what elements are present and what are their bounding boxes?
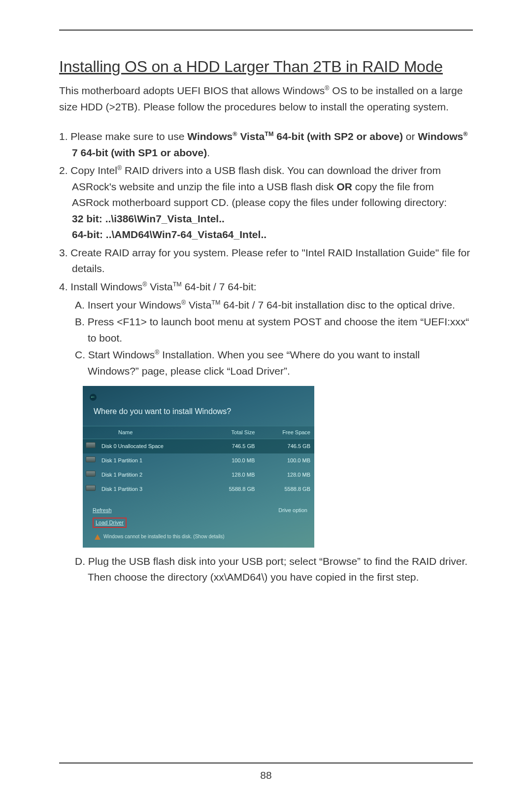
cell-free: 746.5 GB: [259, 439, 314, 454]
step4a-text-c: 64-bit / 7 64-bit installation disc to t…: [221, 299, 455, 311]
cell-total: 100.0 MB: [206, 453, 259, 468]
table-row: Disk 0 Unallocated Space 746.5 GB 746.5 …: [83, 439, 314, 454]
step-4b: B. Press <F11> to launch boot menu at sy…: [59, 314, 473, 346]
step-4a: A. Insert your Windows® VistaTM 64-bit /…: [59, 297, 473, 313]
step2-path-32: 32 bit: ..\i386\Win7_Vista_Intel..: [72, 213, 225, 224]
cell-name: Disk 1 Partition 3: [99, 482, 206, 496]
step-4c: C. Start Windows® Installation. When you…: [59, 347, 473, 379]
cell-free: 128.0 MB: [259, 468, 314, 482]
document-page: Installing OS on a HDD Larger Than 2TB i…: [0, 0, 532, 798]
warning-text: Windows cannot be installed to this disk…: [103, 533, 225, 541]
table-header-row: Name Total Size Free Space: [83, 426, 314, 439]
step4a-text-a: A. Insert your Windows: [75, 299, 181, 311]
disk-icon-cell: [83, 468, 99, 482]
cell-total: 5588.8 GB: [206, 482, 259, 496]
bottom-rule: [59, 763, 473, 763]
tm-mark: TM: [211, 299, 220, 306]
cell-free: 5588.8 GB: [259, 482, 314, 496]
table-row: Disk 1 Partition 2 128.0 MB 128.0 MB: [83, 468, 314, 482]
step1-text-f: Windows: [418, 131, 463, 142]
page-number: 88: [0, 769, 532, 781]
reg-mark: ®: [463, 131, 467, 138]
top-rule: [59, 30, 473, 31]
col-free: Free Space: [259, 426, 314, 439]
step1-text-a: 1. Please make sure to use: [59, 131, 187, 142]
windows-installer-dialog: Where do you want to install Windows? Na…: [83, 386, 314, 548]
cell-name: Disk 0 Unallocated Space: [99, 439, 206, 454]
disk-icon: [86, 485, 96, 491]
step1-text-c: Vista: [237, 131, 265, 142]
installer-back-bar: [83, 392, 314, 405]
refresh-link: Refresh: [93, 506, 127, 515]
reg-mark: ®: [155, 349, 159, 356]
step2-text-a: 2. Copy Intel: [59, 165, 117, 176]
disk-icon-cell: [83, 453, 99, 468]
reg-mark: ®: [181, 299, 186, 306]
col-name: Name: [99, 426, 206, 439]
step1-text-e: or: [403, 131, 418, 142]
disk-icon: [86, 456, 96, 462]
installer-warning: Windows cannot be installed to this disk…: [83, 530, 314, 544]
step1-text-h: .: [207, 147, 210, 158]
step1-text-g: 7 64-bit (with SP1 or above): [72, 147, 207, 158]
reg-mark: ®: [117, 165, 122, 172]
step4a-text-b: Vista: [186, 299, 211, 311]
tm-mark: TM: [265, 131, 273, 138]
step4c-text-a: C. Start Windows: [75, 349, 155, 360]
load-driver-link: Load Driver: [93, 518, 127, 528]
installer-screenshot: Where do you want to install Windows? Na…: [83, 386, 473, 548]
step-4d: D. Plug the USB flash disk into your USB…: [59, 554, 473, 586]
step1-text-b: Windows: [187, 131, 233, 142]
step4-text-a: 4. Install Windows: [59, 281, 142, 292]
steps-list: 1. Please make sure to use Windows® Vist…: [59, 129, 473, 586]
disk-icon-cell: [83, 439, 99, 454]
cell-name: Disk 1 Partition 1: [99, 453, 206, 468]
page-title: Installing OS on a HDD Larger Than 2TB i…: [59, 58, 473, 76]
cell-name: Disk 1 Partition 2: [99, 468, 206, 482]
step-3: 3. Create RAID array for you system. Ple…: [59, 245, 473, 277]
step-4: 4. Install Windows® VistaTM 64-bit / 7 6…: [59, 279, 473, 295]
col-icon: [83, 426, 99, 439]
cell-total: 128.0 MB: [206, 468, 259, 482]
step4-text-b: Vista: [147, 281, 173, 292]
step-2: 2. Copy Intel® RAID drivers into a USB f…: [59, 163, 473, 243]
cell-total: 746.5 GB: [206, 439, 259, 454]
tm-mark: TM: [173, 281, 182, 288]
reg-mark: ®: [325, 85, 329, 92]
intro-text-1: This motherboard adopts UEFI BIOS that a…: [59, 85, 325, 96]
reg-mark: ®: [142, 281, 147, 288]
cell-free: 100.0 MB: [259, 453, 314, 468]
warning-icon: [95, 534, 100, 540]
table-row: Disk 1 Partition 1 100.0 MB 100.0 MB: [83, 453, 314, 468]
step1-text-d: 64-bit (with SP2 or above): [273, 131, 403, 142]
intro-paragraph: This motherboard adopts UEFI BIOS that a…: [59, 83, 473, 115]
step-1: 1. Please make sure to use Windows® Vist…: [59, 129, 473, 161]
drive-options-link: Drive option: [278, 506, 307, 528]
disk-table: Name Total Size Free Space Disk 0 Unallo…: [83, 426, 314, 496]
disk-icon: [86, 471, 96, 477]
installer-links-row: Refresh Load Driver Drive option: [83, 496, 314, 530]
disk-icon: [86, 442, 96, 448]
step4-text-c: 64-bit / 7 64-bit:: [182, 281, 257, 292]
col-total: Total Size: [206, 426, 259, 439]
disk-icon-cell: [83, 482, 99, 496]
table-row: Disk 1 Partition 3 5588.8 GB 5588.8 GB: [83, 482, 314, 496]
step2-text-c: OR: [336, 181, 352, 192]
reg-mark: ®: [233, 131, 237, 138]
back-arrow-icon: [90, 394, 97, 401]
installer-heading: Where do you want to install Windows?: [83, 405, 314, 426]
step2-path-64: 64-bit: ..\AMD64\Win7-64_Vista64_Intel..: [72, 229, 266, 240]
